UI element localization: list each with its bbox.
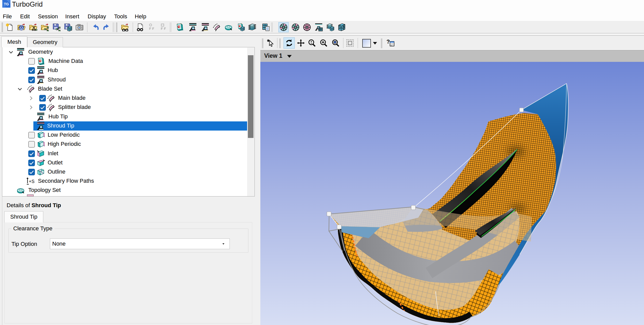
svg-text:TG: TG (4, 2, 9, 6)
